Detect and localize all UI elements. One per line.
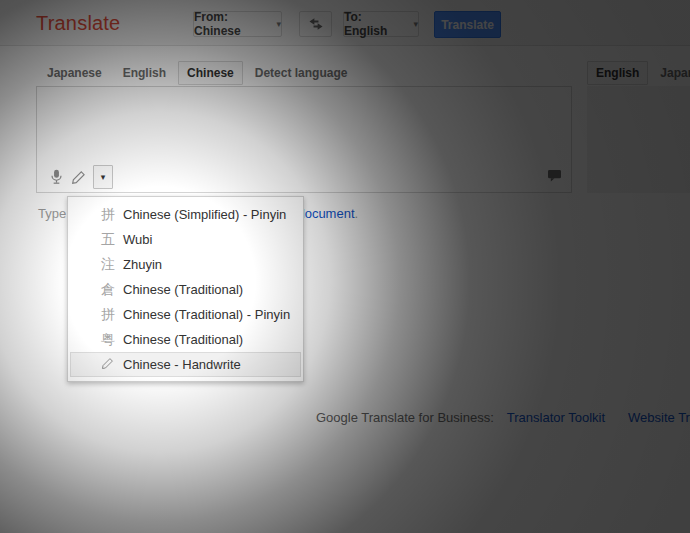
menu-item-wubi[interactable]: 五 Wubi bbox=[70, 227, 301, 252]
menu-item-cangjie[interactable]: 倉 Chinese (Traditional) bbox=[70, 277, 301, 302]
menu-item-cantonese[interactable]: 粤 Chinese (Traditional) bbox=[70, 327, 301, 352]
website-translator-link[interactable]: Website Translator bbox=[628, 410, 690, 425]
menu-item-label: Wubi bbox=[123, 232, 152, 247]
tab-detect-language[interactable]: Detect language bbox=[246, 61, 357, 85]
tab-target-english[interactable]: English bbox=[587, 61, 648, 85]
menu-item-label: Chinese (Simplified) - Pinyin bbox=[123, 207, 286, 222]
menu-item-label: Zhuyin bbox=[123, 257, 162, 272]
input-toolbar: ▾ bbox=[45, 165, 113, 189]
hint-suffix: . bbox=[355, 206, 359, 221]
footer: Google Translate for Business: Translato… bbox=[316, 410, 690, 425]
translate-button[interactable]: Translate bbox=[434, 11, 501, 38]
pencil-icon bbox=[101, 357, 123, 373]
source-language-tabbar: Japanese English Chinese Detect language bbox=[38, 61, 359, 85]
pinyin-character-icon: 拼 bbox=[101, 206, 123, 224]
tab-japanese[interactable]: Japanese bbox=[38, 61, 111, 85]
menu-item-label: Chinese - Handwrite bbox=[123, 357, 241, 372]
swap-arrows-icon bbox=[307, 17, 325, 31]
menu-item-label: Chinese (Traditional) bbox=[123, 332, 243, 347]
tab-chinese[interactable]: Chinese bbox=[178, 61, 243, 85]
handwrite-input-button[interactable] bbox=[67, 165, 89, 189]
source-text-area[interactable]: ▾ bbox=[36, 86, 572, 193]
cangjie-character-icon: 倉 bbox=[101, 281, 123, 299]
speech-bubble-icon bbox=[547, 169, 562, 182]
chevron-down-icon: ▾ bbox=[276, 19, 281, 29]
menu-item-zhuyin[interactable]: 注 Zhuyin bbox=[70, 252, 301, 277]
translation-result-area bbox=[587, 86, 690, 193]
pinyin-character-icon: 拼 bbox=[101, 306, 123, 324]
menu-item-label: Chinese (Traditional) bbox=[123, 282, 243, 297]
cantonese-character-icon: 粤 bbox=[101, 331, 123, 349]
zhuyin-character-icon: 注 bbox=[101, 256, 123, 274]
pencil-icon bbox=[71, 170, 86, 185]
microphone-icon bbox=[50, 168, 63, 186]
menu-item-handwrite[interactable]: Chinese - Handwrite bbox=[70, 352, 301, 377]
menu-item-label: Chinese (Traditional) - Pinyin bbox=[123, 307, 290, 322]
input-method-menu: 拼 Chinese (Simplified) - Pinyin 五 Wubi 注… bbox=[67, 196, 304, 382]
input-method-dropdown-toggle[interactable]: ▾ bbox=[93, 165, 113, 189]
target-language-tabbar: English Japanese bbox=[587, 61, 690, 85]
from-language-dropdown[interactable]: From: Chinese ▾ bbox=[193, 11, 282, 37]
to-language-label: To: English bbox=[344, 10, 407, 38]
menu-item-traditional-pinyin[interactable]: 拼 Chinese (Traditional) - Pinyin bbox=[70, 302, 301, 327]
from-language-label: From: Chinese bbox=[194, 10, 270, 38]
wubi-character-icon: 五 bbox=[101, 231, 123, 249]
translator-toolkit-link[interactable]: Translator Toolkit bbox=[507, 410, 605, 425]
app-logo: Translate bbox=[36, 12, 120, 35]
tab-english[interactable]: English bbox=[114, 61, 175, 85]
app-header: Translate From: Chinese ▾ To: English ▾ … bbox=[0, 0, 690, 46]
swap-languages-button[interactable] bbox=[299, 11, 332, 37]
menu-item-simplified-pinyin[interactable]: 拼 Chinese (Simplified) - Pinyin bbox=[70, 202, 301, 227]
chevron-down-icon: ▾ bbox=[413, 19, 418, 29]
google-translate-page: Translate From: Chinese ▾ To: English ▾ … bbox=[0, 0, 690, 533]
voice-input-button[interactable] bbox=[45, 165, 67, 189]
tab-target-japanese[interactable]: Japanese bbox=[651, 61, 690, 85]
to-language-dropdown[interactable]: To: English ▾ bbox=[343, 11, 419, 37]
business-caption: Google Translate for Business: bbox=[316, 410, 494, 425]
contribute-button[interactable] bbox=[547, 168, 562, 186]
caret-down-icon: ▾ bbox=[101, 172, 106, 182]
